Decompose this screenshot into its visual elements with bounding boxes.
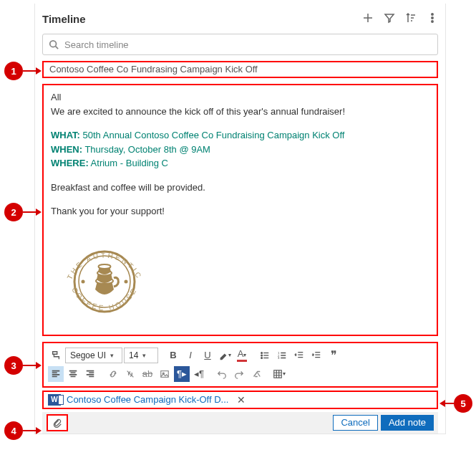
search-input[interactable] <box>64 39 432 50</box>
note-title-text: Contoso Coffee Co Fundrasing Campaign Ki… <box>49 64 258 75</box>
search-box[interactable] <box>42 34 438 55</box>
font-family-select[interactable]: Segoe UI▾ <box>65 348 122 363</box>
svg-rect-21 <box>274 370 282 378</box>
remove-attachment-button[interactable]: ✕ <box>237 394 246 406</box>
font-color-button[interactable]: A▾ <box>234 348 250 363</box>
note-title[interactable]: Contoso Coffee Co Fundrasing Campaign Ki… <box>42 61 438 78</box>
rich-text-toolbar: Segoe UI▾ 14▾ B I U ▾ A▾ 123 ❞ ab ¶▸ ◂¶ <box>42 342 438 388</box>
bold-button[interactable]: B <box>165 348 181 363</box>
italic-button[interactable]: I <box>183 348 198 363</box>
indent-button[interactable] <box>309 348 324 363</box>
rtl-button[interactable]: ◂¶ <box>191 366 207 382</box>
quote-button[interactable]: ❞ <box>326 348 341 363</box>
svg-point-3 <box>50 41 57 47</box>
svg-point-7 <box>125 279 128 283</box>
align-right-button[interactable] <box>82 366 98 382</box>
attachment-name[interactable]: Contoso Coffee Campaign Kick-Off D... <box>67 394 228 405</box>
logo-image: THE AUTHENTIC COFFEE HOUSE <box>51 221 429 330</box>
svg-point-10 <box>99 264 111 269</box>
callout-4: 4 <box>4 421 23 440</box>
body-line: We are excited to announce the kick off … <box>51 105 429 118</box>
attach-file-button[interactable] <box>47 414 68 431</box>
when-line: WHEN: Thursday, October 8th @ 9AM <box>51 143 429 156</box>
redo-button[interactable] <box>231 366 247 382</box>
align-left-button[interactable] <box>48 366 64 382</box>
svg-rect-19 <box>161 370 169 377</box>
svg-point-6 <box>82 279 85 283</box>
body-line: Thank you for your support! <box>51 205 429 218</box>
add-icon[interactable] <box>362 12 374 26</box>
ltr-button[interactable]: ¶▸ <box>174 366 190 382</box>
what-line: WHAT: 50th Annual Contoso Coffee Co Fund… <box>51 129 429 142</box>
format-painter-icon[interactable] <box>48 348 64 363</box>
note-footer: Cancel Add note <box>42 412 438 434</box>
align-center-button[interactable] <box>65 366 81 382</box>
add-note-button[interactable]: Add note <box>381 415 434 431</box>
svg-point-0 <box>432 13 433 14</box>
panel-header: Timeline <box>42 8 438 29</box>
svg-point-14 <box>261 355 263 356</box>
undo-button[interactable] <box>214 366 230 382</box>
callout-3: 3 <box>4 356 23 375</box>
sort-icon[interactable] <box>405 12 417 26</box>
unlink-button[interactable] <box>122 366 138 382</box>
clear-format-button[interactable] <box>248 366 264 382</box>
svg-point-1 <box>432 16 433 18</box>
highlight-button[interactable]: ▾ <box>217 348 233 363</box>
timeline-panel: Timeline Contoso Coffee Co Fundrasing Ca… <box>34 4 446 434</box>
panel-title: Timeline <box>42 13 362 25</box>
filter-icon[interactable] <box>384 12 395 26</box>
numbered-list-button[interactable]: 123 <box>274 348 290 363</box>
table-button[interactable]: ▾ <box>271 366 287 382</box>
body-line: Breakfast and coffee will be provided. <box>51 181 429 194</box>
underline-button[interactable]: U <box>200 348 215 363</box>
callout-2: 2 <box>4 203 23 221</box>
callout-5: 5 <box>454 394 472 413</box>
outdent-button[interactable] <box>291 348 307 363</box>
bulleted-list-button[interactable] <box>257 348 273 363</box>
where-line: WHERE: Atrium - Building C <box>51 157 429 170</box>
svg-point-13 <box>261 352 263 353</box>
svg-point-2 <box>432 20 433 21</box>
body-line: All <box>51 91 429 104</box>
image-button[interactable] <box>157 366 173 382</box>
note-body[interactable]: All We are excited to announce the kick … <box>42 84 438 336</box>
more-icon[interactable] <box>427 12 438 26</box>
word-doc-icon: W <box>48 394 61 406</box>
svg-point-15 <box>261 357 263 358</box>
strikethrough-button[interactable]: ab <box>140 366 155 382</box>
font-size-select[interactable]: 14▾ <box>124 348 158 363</box>
cancel-button[interactable]: Cancel <box>333 415 377 431</box>
callout-1: 1 <box>4 62 23 80</box>
svg-text:3: 3 <box>278 356 280 360</box>
attachment-row: W Contoso Coffee Campaign Kick-Off D... … <box>42 391 438 409</box>
search-icon <box>49 39 59 49</box>
link-button[interactable] <box>105 366 121 382</box>
